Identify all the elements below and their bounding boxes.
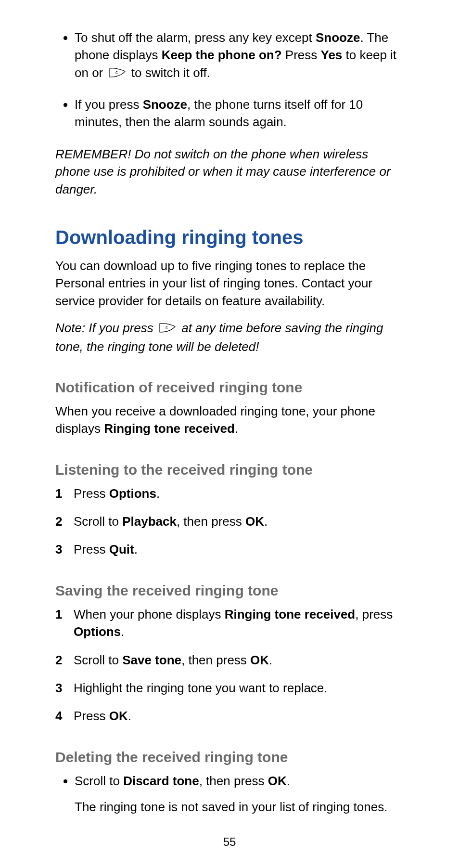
step-text: When your phone displays Ringing tone re… (74, 606, 406, 641)
text: When your phone displays (74, 607, 225, 622)
text: Scroll to (75, 774, 123, 788)
text: , press (355, 607, 393, 622)
page-number: 55 (0, 835, 459, 849)
text: . (269, 653, 272, 667)
c-key-icon: c (109, 65, 126, 82)
text: . (287, 774, 290, 788)
step-number: 1 (55, 485, 74, 502)
list-item: 2 Scroll to Save tone, then press OK. (55, 651, 406, 669)
bold-ok: OK (268, 774, 287, 788)
subheading-saving: Saving the received ringing tone (55, 583, 406, 599)
text: , then press (181, 653, 250, 667)
step-number: 2 (55, 651, 74, 669)
svg-text:c: c (115, 70, 118, 75)
list-item: 3 Highlight the ringing tone you want to… (55, 679, 406, 697)
text: . (264, 514, 268, 529)
bold-quit: Quit (109, 542, 134, 557)
saving-steps: 1 When your phone displays Ringing tone … (55, 606, 406, 725)
bold-ringing-tone-received: Ringing tone received (104, 421, 235, 436)
list-item: 3 Press Quit. (55, 541, 406, 558)
bullet-item-shutoff: To shut off the alarm, press any key exc… (75, 29, 406, 82)
step-number: 3 (55, 541, 74, 558)
step-number: 1 (55, 606, 74, 641)
text: Scroll to (74, 514, 122, 529)
text: To shut off the alarm, press any key exc… (75, 30, 316, 45)
text: , then press (199, 774, 268, 788)
note-paragraph: Note: If you press c at any time before … (55, 319, 406, 355)
text: Press (74, 709, 109, 723)
bold-ok: OK (109, 709, 128, 723)
step-text: Press OK. (74, 707, 406, 725)
step-text: Scroll to Playback, then press OK. (74, 513, 406, 530)
section-heading-downloading: Downloading ringing tones (55, 227, 406, 248)
step-number: 3 (55, 679, 74, 697)
remember-note: REMEMBER! Do not switch on the phone whe… (55, 145, 406, 198)
text: . (235, 421, 238, 436)
step-text: Press Options. (74, 485, 406, 502)
bold-snooze: Snooze (143, 97, 187, 112)
text: Press (282, 48, 321, 62)
list-item: 1 Press Options. (55, 485, 406, 502)
bold-options: Options (109, 486, 156, 501)
bold-yes: Yes (321, 48, 343, 62)
deleting-follow-text: The ringing tone is not saved in your li… (75, 798, 406, 816)
bold-ringing-tone-received: Ringing tone received (225, 607, 356, 622)
listening-steps: 1 Press Options. 2 Scroll to Playback, t… (55, 485, 406, 558)
bold-snooze: Snooze (316, 30, 360, 45)
text: Note: If you press (55, 321, 157, 335)
bullet-item-discard: Scroll to Discard tone, then press OK. (75, 772, 406, 790)
text: . (134, 542, 138, 557)
list-item: 2 Scroll to Playback, then press OK. (55, 513, 406, 530)
step-text: Highlight the ringing tone you want to r… (74, 679, 406, 697)
svg-text:c: c (166, 325, 168, 330)
document-page: To shut off the alarm, press any key exc… (0, 0, 459, 868)
step-text: Press Quit. (74, 541, 406, 558)
text: Press (74, 486, 109, 501)
bullet-item-snooze: If you press Snooze, the phone turns its… (75, 96, 406, 131)
bold-ok: OK (245, 514, 264, 529)
text: , then press (177, 514, 245, 529)
step-number: 2 (55, 513, 74, 530)
bold-save-tone: Save tone (122, 653, 181, 667)
bold-keep-phone-on: Keep the phone on? (162, 48, 282, 62)
step-number: 4 (55, 707, 74, 725)
text: . (128, 709, 131, 723)
c-key-icon: c (159, 320, 176, 337)
list-item: 4 Press OK. (55, 707, 406, 725)
deleting-bullet-list: Scroll to Discard tone, then press OK. (55, 772, 406, 790)
bold-playback: Playback (122, 514, 177, 529)
subheading-deleting: Deleting the received ringing tone (55, 749, 406, 765)
subheading-listening: Listening to the received ringing tone (55, 462, 406, 478)
intro-bullet-list: To shut off the alarm, press any key exc… (55, 29, 406, 131)
text: . (156, 486, 160, 501)
text: If you press (75, 97, 143, 112)
subheading-notification: Notification of received ringing tone (55, 379, 406, 396)
bold-ok: OK (250, 653, 269, 667)
notification-text: When you receive a downloaded ringing to… (55, 402, 406, 438)
text: . (121, 624, 124, 639)
text: Press (74, 542, 109, 557)
bold-options: Options (74, 624, 121, 639)
list-item: 1 When your phone displays Ringing tone … (55, 606, 406, 641)
text: to switch it off. (128, 65, 210, 80)
step-text: Scroll to Save tone, then press OK. (74, 651, 406, 669)
text: Scroll to (74, 653, 122, 667)
intro-paragraph: You can download up to five ringing tone… (55, 257, 406, 310)
bold-discard-tone: Discard tone (123, 774, 199, 788)
